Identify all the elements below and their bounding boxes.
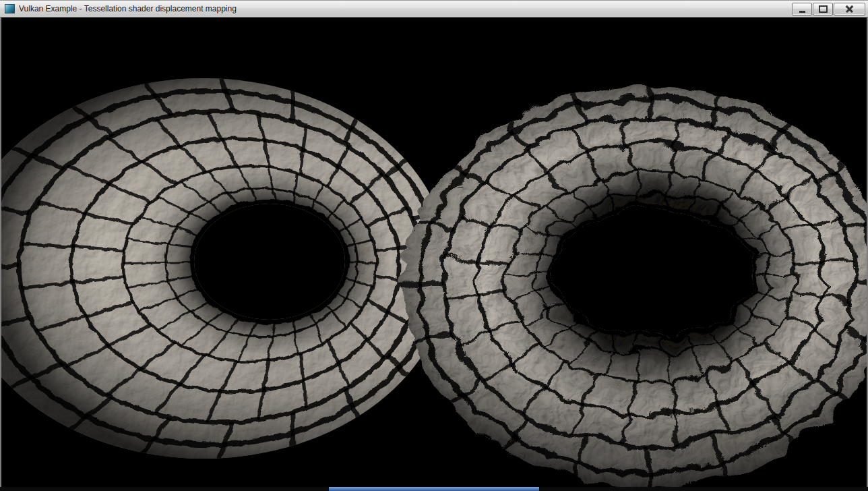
titlebar[interactable]: Vulkan Example - Tessellation shader dis… bbox=[0, 0, 868, 18]
maximize-icon bbox=[819, 5, 828, 13]
minimize-icon bbox=[799, 11, 805, 13]
render-viewport[interactable] bbox=[0, 18, 868, 487]
minimize-button[interactable] bbox=[792, 3, 812, 16]
window-controls bbox=[791, 3, 865, 16]
app-window: Vulkan Example - Tessellation shader dis… bbox=[0, 0, 868, 491]
bottom-edge bbox=[0, 487, 868, 491]
scene-lighting-overlay bbox=[1, 18, 867, 487]
maximize-button[interactable] bbox=[813, 3, 833, 16]
taskbar-peek bbox=[329, 487, 539, 491]
window-icon bbox=[5, 4, 15, 13]
close-icon bbox=[845, 5, 854, 13]
window-title: Vulkan Example - Tessellation shader dis… bbox=[19, 4, 237, 13]
close-button[interactable] bbox=[834, 3, 865, 16]
